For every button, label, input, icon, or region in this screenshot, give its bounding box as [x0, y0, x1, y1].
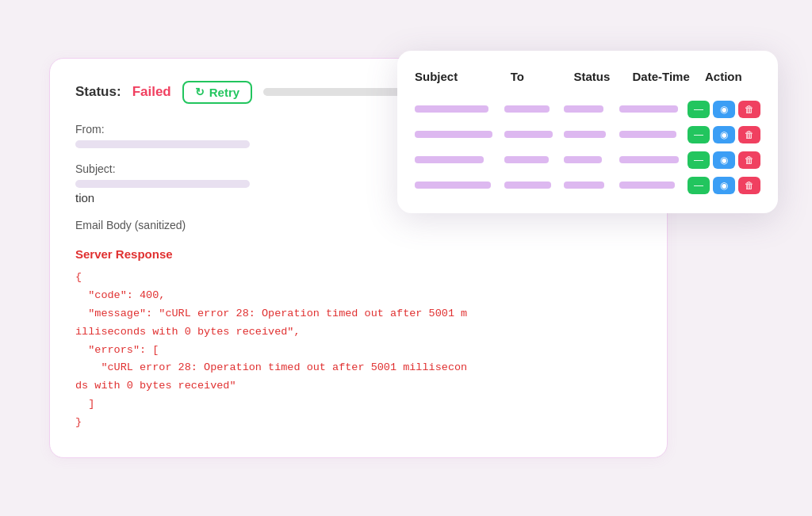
status-label: Status: [75, 84, 121, 100]
server-response-code: { "code": 400, "message": "cURL error 28… [75, 269, 642, 432]
cell-to [504, 182, 561, 189]
from-value-bar [75, 140, 250, 148]
col-datetime: Date-Time [633, 70, 703, 83]
table-row: — ◉ 🗑 [415, 126, 760, 143]
resend-button[interactable]: — [688, 126, 710, 143]
cell-datetime [619, 156, 684, 163]
table-card: Subject To Status Date-Time Action — ◉ 🗑 [397, 51, 778, 213]
retry-button[interactable]: ↻ Retry [182, 81, 252, 104]
cell-datetime [619, 131, 684, 138]
cell-subject [415, 105, 501, 113]
view-button[interactable]: ◉ [713, 177, 735, 194]
retry-label: Retry [209, 86, 239, 99]
cell-status [564, 105, 616, 113]
cell-status [564, 131, 616, 138]
col-to: To [511, 70, 571, 83]
table-row: — ◉ 🗑 [415, 151, 760, 169]
resend-button[interactable]: — [688, 151, 710, 169]
table-row: — ◉ 🗑 [415, 177, 760, 194]
page-wrapper: Status: Failed ↻ Retry From: Subject: ti… [49, 58, 763, 458]
cell-to [504, 156, 561, 163]
delete-button[interactable]: 🗑 [738, 151, 760, 169]
email-body-label: Email Body (sanitized) [75, 219, 642, 231]
cell-to [504, 131, 561, 138]
delete-button[interactable]: 🗑 [738, 177, 760, 194]
action-group: — ◉ 🗑 [688, 177, 760, 194]
action-group: — ◉ 🗑 [688, 126, 760, 143]
delete-button[interactable]: 🗑 [738, 101, 760, 118]
main-card: Status: Failed ↻ Retry From: Subject: ti… [49, 58, 668, 458]
retry-icon: ↻ [195, 86, 205, 98]
resend-button[interactable]: — [688, 101, 710, 118]
col-action: Action [705, 70, 760, 83]
cell-status [564, 182, 616, 189]
action-group: — ◉ 🗑 [688, 151, 760, 169]
server-response-title: Server Response [75, 247, 642, 261]
resend-button[interactable]: — [688, 177, 710, 194]
status-value: Failed [132, 84, 171, 100]
table-header-row: Subject To Status Date-Time Action [415, 70, 760, 90]
cell-datetime [619, 105, 684, 113]
col-status: Status [574, 70, 630, 83]
cell-to [504, 105, 561, 113]
table-row: — ◉ 🗑 [415, 101, 760, 118]
action-group: — ◉ 🗑 [688, 101, 760, 118]
view-button[interactable]: ◉ [713, 126, 735, 143]
view-button[interactable]: ◉ [713, 101, 735, 118]
col-subject: Subject [415, 70, 508, 83]
cell-status [564, 156, 616, 163]
delete-button[interactable]: 🗑 [738, 126, 760, 143]
cell-subject [415, 156, 501, 163]
cell-subject [415, 131, 501, 138]
subject-bar [75, 180, 250, 188]
cell-datetime [619, 182, 684, 189]
server-response-section: Server Response { "code": 400, "message"… [75, 247, 642, 432]
cell-subject [415, 182, 501, 189]
view-button[interactable]: ◉ [713, 151, 735, 169]
table-data-rows: — ◉ 🗑 — ◉ 🗑 [415, 101, 760, 194]
